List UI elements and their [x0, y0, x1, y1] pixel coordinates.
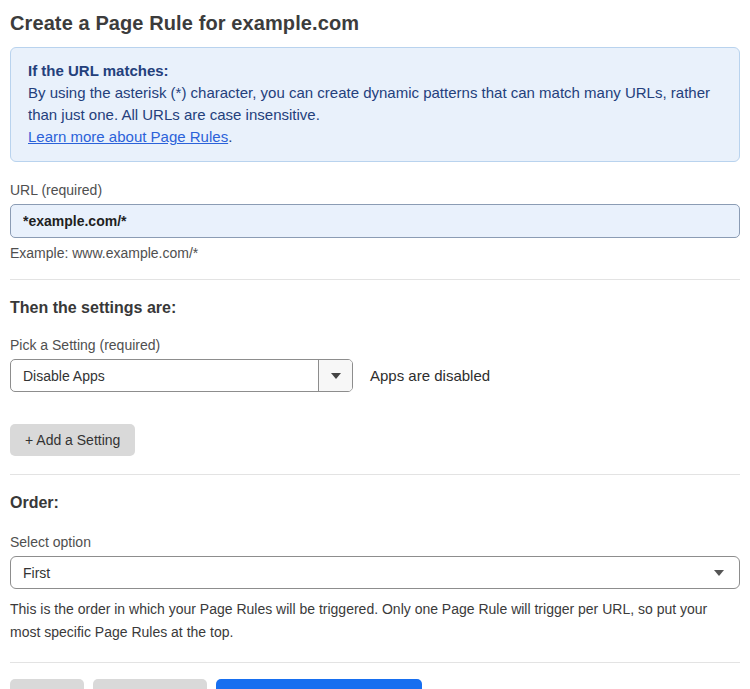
learn-more-link[interactable]: Learn more about Page Rules	[28, 128, 228, 145]
url-hint: Example: www.example.com/*	[10, 245, 740, 261]
page-title: Create a Page Rule for example.com	[10, 10, 740, 35]
order-select[interactable]: First	[10, 556, 740, 589]
footer-button-row: Cancel Save as Draft Save and Deploy Pag…	[10, 679, 740, 689]
setting-row: Disable Apps Apps are disabled	[10, 359, 740, 392]
link-suffix: .	[228, 128, 232, 145]
create-page-rule-panel: Create a Page Rule for example.com If th…	[0, 0, 750, 689]
url-label: URL (required)	[10, 182, 740, 198]
info-box-body: By using the asterisk (*) character, you…	[28, 82, 722, 126]
info-box-link-line: Learn more about Page Rules.	[28, 126, 722, 148]
url-input[interactable]	[10, 204, 740, 238]
order-select-label: Select option	[10, 534, 740, 550]
order-description: This is the order in which your Page Rul…	[10, 598, 730, 644]
url-match-info-box: If the URL matches: By using the asteris…	[10, 47, 740, 162]
setting-select[interactable]: Disable Apps	[10, 359, 353, 392]
divider	[10, 279, 740, 280]
order-select-value: First	[23, 565, 50, 581]
settings-section-heading: Then the settings are:	[10, 299, 740, 317]
cancel-button[interactable]: Cancel	[10, 679, 84, 689]
add-setting-button[interactable]: + Add a Setting	[10, 424, 135, 456]
setting-select-value: Disable Apps	[11, 360, 318, 391]
setting-status-text: Apps are disabled	[370, 367, 490, 384]
divider	[10, 662, 740, 663]
save-as-draft-button[interactable]: Save as Draft	[93, 679, 208, 689]
order-section-heading: Order:	[10, 494, 740, 512]
divider	[10, 474, 740, 475]
pick-setting-label: Pick a Setting (required)	[10, 337, 740, 353]
setting-select-arrow-button[interactable]	[318, 360, 352, 391]
info-box-heading: If the URL matches:	[28, 60, 722, 82]
chevron-down-icon	[331, 373, 341, 379]
chevron-down-icon	[714, 570, 724, 576]
save-and-deploy-button[interactable]: Save and Deploy Page Rule	[216, 679, 422, 689]
